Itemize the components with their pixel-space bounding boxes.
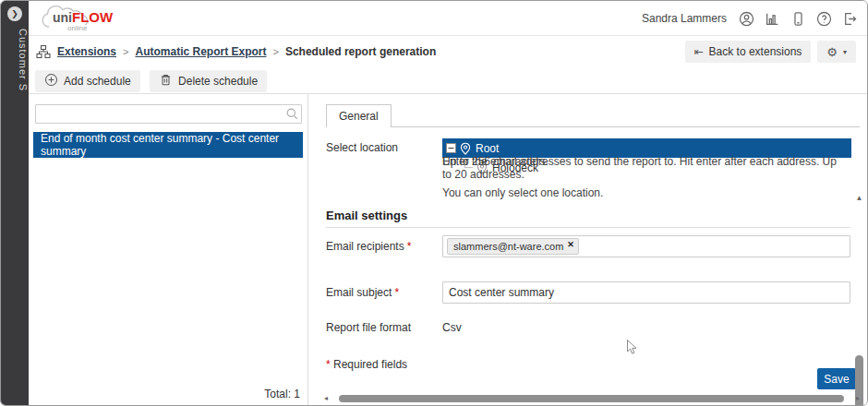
horizontal-scrollbar: ◂ ▸: [324, 394, 860, 403]
general-form: Select location Root: [326, 127, 847, 405]
add-schedule-button[interactable]: Add schedule: [35, 70, 140, 92]
rail-expand-button[interactable]: ❯: [7, 6, 22, 21]
tree-node-label: Root: [476, 142, 499, 155]
logo-online: online: [67, 24, 87, 32]
tree-collapse-icon[interactable]: [446, 143, 456, 153]
required-marker: *: [394, 286, 399, 299]
recipient-email: slammers@nt-ware.com: [453, 241, 563, 252]
delete-schedule-label: Delete schedule: [178, 75, 258, 88]
logo-uni: uni: [53, 10, 72, 25]
add-circle-icon: [44, 73, 58, 90]
breadcrumb-bar: Extensions > Automatic Report Export > S…: [29, 36, 867, 67]
uniflow-online-window: ❯ Customer S uniFLOW online Sandra Lamme…: [0, 0, 868, 406]
email-recipients-input[interactable]: slammers@nt-ware.com ✕: [442, 235, 850, 257]
required-marker: *: [326, 358, 331, 371]
report-file-format-value: Csv: [442, 321, 462, 334]
scroll-up-arrow[interactable]: ▲: [853, 194, 865, 202]
vertical-scrollbar: ▲ ▼: [853, 194, 865, 406]
required-fields-note: * Required fields: [326, 358, 407, 371]
breadcrumb: Extensions > Automatic Report Export > S…: [36, 36, 436, 67]
email-subject-label: Email subject: [326, 286, 392, 299]
schedule-toolbar: Add schedule Delete schedule: [29, 67, 867, 94]
help-icon[interactable]: [816, 11, 832, 27]
total-count-label: Total: 1: [264, 388, 300, 400]
breadcrumb-separator: >: [272, 46, 278, 57]
breadcrumb-link-automatic-report-export[interactable]: Automatic Report Export: [135, 45, 266, 58]
scroll-left-arrow[interactable]: ◂: [324, 394, 328, 402]
email-recipients-label: Email recipients: [326, 240, 404, 253]
breadcrumb-link-extensions[interactable]: Extensions: [57, 45, 116, 58]
schedule-item-label: End of month cost center summary - Cost …: [41, 132, 303, 158]
user-icon[interactable]: [739, 11, 754, 27]
recipient-tag: slammers@nt-ware.com ✕: [447, 238, 579, 255]
back-arrow-icon: ⇤: [694, 45, 704, 58]
tab-general[interactable]: General: [326, 104, 392, 127]
section-divider: [326, 227, 850, 228]
trash-icon: [159, 73, 173, 90]
breadcrumb-current-page: Scheduled report generation: [285, 45, 436, 58]
save-button[interactable]: Save: [817, 368, 856, 389]
statistics-icon[interactable]: [765, 11, 780, 27]
scroll-right-arrow[interactable]: ▸: [856, 394, 860, 402]
breadcrumb-actions: ⇤ Back to extensions ⚙ ▾: [685, 41, 856, 63]
schedule-search-input[interactable]: [35, 104, 302, 124]
customer-rail: ❯ Customer S: [1, 1, 29, 406]
report-file-format-label: Report file format: [326, 321, 411, 334]
schedule-detail-pane: General Select location Root: [309, 94, 867, 405]
user-name: Sandra Lammers: [642, 12, 727, 25]
email-subject-hint: Up to 256 characters.: [442, 155, 549, 168]
breadcrumb-separator: >: [123, 46, 128, 57]
back-to-extensions-button[interactable]: ⇤ Back to extensions: [685, 41, 812, 63]
header-actions: Sandra Lammers: [642, 1, 858, 36]
chevron-down-icon: ▾: [843, 48, 847, 56]
remove-tag-icon[interactable]: ✕: [567, 239, 574, 250]
select-location-label: Select location: [326, 141, 398, 154]
back-button-label: Back to extensions: [709, 45, 802, 58]
settings-dropdown-button[interactable]: ⚙ ▾: [817, 41, 856, 63]
chevron-right-icon: ❯: [11, 9, 18, 18]
location-hint: You can only select one location.: [442, 186, 603, 199]
delete-schedule-button[interactable]: Delete schedule: [150, 70, 267, 92]
email-subject-input[interactable]: [442, 281, 850, 304]
logo-flow: FLOW: [72, 9, 113, 25]
customer-label: Customer S: [1, 27, 29, 91]
logout-icon[interactable]: [842, 11, 858, 27]
app-header: uniFLOW online Sandra Lammers: [29, 1, 867, 36]
extensions-hierarchy-icon: [36, 44, 51, 59]
required-fields-text: Required fields: [333, 358, 407, 371]
email-settings-heading: Email settings: [326, 209, 407, 222]
horizontal-scrollbar-thumb[interactable]: [339, 395, 844, 402]
schedule-list-item-selected[interactable]: End of month cost center summary - Cost …: [33, 132, 303, 158]
uniflow-logo: uniFLOW online: [40, 3, 125, 34]
required-marker: *: [407, 240, 412, 253]
schedule-list-panel: End of month cost center summary - Cost …: [29, 94, 308, 406]
gear-icon: ⚙: [826, 45, 838, 59]
location-pin-icon: [460, 142, 471, 155]
mobile-icon[interactable]: [790, 11, 806, 27]
tab-strip-divider: [326, 126, 860, 127]
add-schedule-label: Add schedule: [64, 75, 131, 88]
